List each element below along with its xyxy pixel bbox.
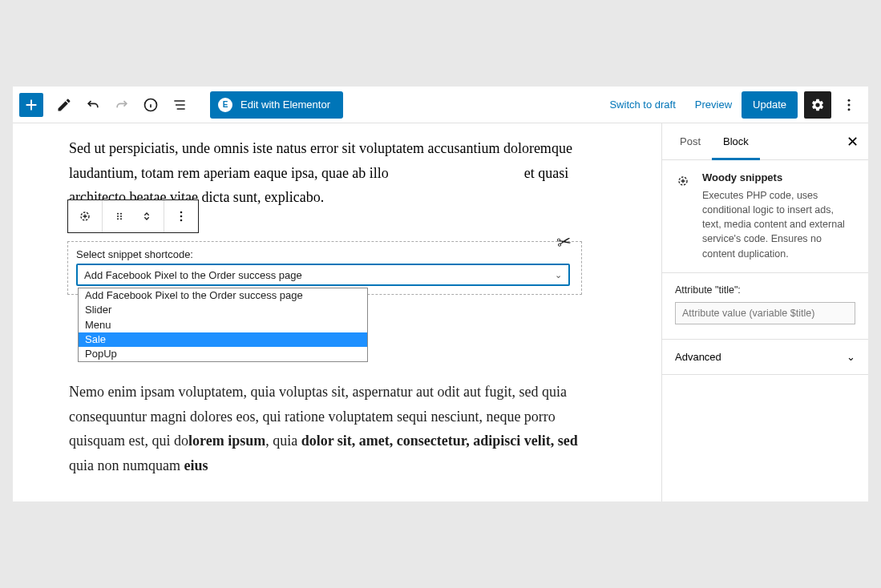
editor-scroll[interactable]: Sed ut perspiciatis, unde omnis iste nat…: [13, 123, 661, 501]
close-sidebar-button[interactable]: ✕: [836, 126, 868, 158]
svg-point-7: [117, 215, 119, 217]
snippet-option[interactable]: Add Facebook Pixel to the Order success …: [79, 288, 367, 303]
editor-window: E Edit with Elementor Switch to draft Pr…: [13, 87, 868, 501]
svg-point-8: [120, 215, 122, 217]
edit-with-elementor-button[interactable]: E Edit with Elementor: [210, 91, 343, 119]
drag-handle-icon[interactable]: [107, 204, 131, 228]
chevron-down-icon: ⌄: [847, 351, 855, 363]
block-description: Executes PHP code, uses conditional logi…: [702, 188, 855, 261]
update-button[interactable]: Update: [742, 91, 798, 119]
svg-point-10: [120, 218, 122, 219]
svg-point-9: [117, 218, 119, 219]
settings-sidebar: Post Block ✕ Woody snippets Executes PHP…: [661, 123, 868, 501]
advanced-panel-toggle[interactable]: Advanced ⌄: [662, 340, 868, 375]
snippet-option[interactable]: Menu: [79, 318, 367, 332]
redo-button[interactable]: [107, 91, 136, 119]
block-type-icon[interactable]: [73, 204, 97, 228]
attribute-title-input[interactable]: [675, 302, 855, 324]
snippet-option[interactable]: PopUp: [79, 347, 367, 361]
chevron-down-icon: ⌄: [555, 270, 562, 280]
block-info-section: Woody snippets Executes PHP code, uses c…: [662, 160, 868, 273]
add-block-button[interactable]: [19, 93, 43, 117]
woody-snippet-block: ✂ Select snippet shortcode: Add Facebook…: [67, 241, 582, 295]
snippet-select-label: Select snippet shortcode:: [76, 248, 573, 260]
paragraph-2[interactable]: Nemo enim ipsam voluptatem, quia volupta…: [69, 380, 597, 477]
elementor-icon: E: [218, 98, 232, 112]
svg-point-13: [180, 219, 183, 222]
switch-to-draft-link[interactable]: Switch to draft: [600, 99, 685, 111]
snippet-dropdown: Add Facebook Pixel to the Order success …: [78, 288, 368, 362]
block-options-button[interactable]: [169, 204, 193, 228]
elementor-label: Edit with Elementor: [240, 99, 330, 111]
attribute-title-label: Attribute "title":: [675, 284, 855, 296]
snippet-select[interactable]: Add Facebook Pixel to the Order success …: [76, 264, 570, 286]
paragraph-1[interactable]: Sed ut perspiciatis, unde omnis iste nat…: [69, 136, 605, 210]
move-up-down-icon[interactable]: [135, 204, 159, 228]
more-menu-button[interactable]: [835, 91, 863, 119]
outline-button[interactable]: [165, 91, 194, 119]
svg-point-1: [848, 99, 851, 101]
svg-point-12: [180, 215, 183, 218]
svg-point-5: [117, 213, 119, 215]
block-toolbar: [67, 199, 199, 233]
svg-point-2: [848, 103, 851, 106]
editor-column: Sed ut perspiciatis, unde omnis iste nat…: [13, 123, 661, 501]
tab-post[interactable]: Post: [669, 123, 712, 160]
attribute-section: Attribute "title":: [662, 273, 868, 340]
edit-toggle-button[interactable]: [50, 91, 79, 119]
block-title: Woody snippets: [702, 171, 855, 183]
top-toolbar: E Edit with Elementor Switch to draft Pr…: [13, 87, 868, 123]
svg-point-3: [848, 108, 851, 111]
svg-point-6: [120, 213, 122, 215]
preview-link[interactable]: Preview: [685, 99, 742, 111]
snippet-option[interactable]: Sale: [79, 332, 367, 347]
undo-button[interactable]: [79, 91, 107, 119]
main-row: Sed ut perspiciatis, unde omnis iste nat…: [13, 123, 868, 501]
sidebar-tabs: Post Block ✕: [662, 123, 868, 160]
info-button[interactable]: [136, 91, 165, 119]
snippet-option[interactable]: Slider: [79, 303, 367, 317]
svg-point-11: [180, 211, 183, 214]
woody-block-icon: [675, 171, 693, 261]
settings-button[interactable]: [804, 91, 831, 119]
snippet-selected-value: Add Facebook Pixel to the Order success …: [84, 269, 302, 281]
tab-block[interactable]: Block: [712, 123, 760, 160]
